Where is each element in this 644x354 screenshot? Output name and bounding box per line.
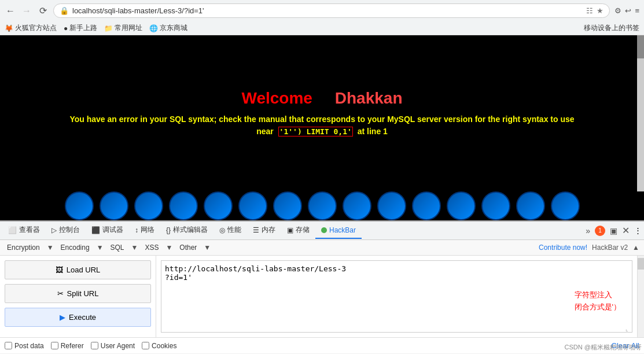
hackbar-panel-scrollbar-up[interactable]: ▲ <box>632 244 639 252</box>
inspector-label: 查看器 <box>19 225 40 235</box>
tab-storage[interactable]: ▣ 存储 <box>281 222 315 239</box>
load-url-button[interactable]: 🖼 Load URL <box>5 260 151 279</box>
close-icon[interactable]: ✕ <box>622 225 630 236</box>
load-url-label: Load URL <box>67 266 101 274</box>
tab-network[interactable]: ↕ 网络 <box>129 222 160 239</box>
webpage-area: Welcome Dhakkan You have an error in you… <box>0 35 644 191</box>
split-url-button[interactable]: ✂ Split URL <box>5 284 151 303</box>
more-tabs-chevron[interactable]: » <box>586 226 590 235</box>
textarea-resize-handle[interactable]: ⌞ <box>625 326 631 331</box>
user-agent-checkbox-item[interactable]: User Agent <box>91 342 135 350</box>
execute-label: Execute <box>69 313 96 322</box>
tab-style-editor[interactable]: {} 样式编辑器 <box>160 222 214 239</box>
post-data-label: Post data <box>14 342 44 350</box>
welcome-text: Welcome <box>241 89 312 107</box>
contribute-link[interactable]: Contribute now! <box>539 244 587 252</box>
bookmark-common[interactable]: 📁 常用网址 <box>104 23 142 33</box>
performance-icon: ◎ <box>219 226 225 234</box>
hackbar-annotation: 字符型注入 闭合方式是'） <box>575 289 621 314</box>
execute-button[interactable]: ▶ Execute <box>5 308 151 327</box>
hackbar-url-textarea[interactable] <box>161 260 632 333</box>
tab-memory[interactable]: ☰ 内存 <box>247 222 281 239</box>
tab-console[interactable]: ▷ 控制台 <box>46 222 86 239</box>
menu-icon[interactable]: ≡ <box>635 6 639 15</box>
memory-icon: ☰ <box>253 226 259 234</box>
hackbar-toolbar: Encryption ▼ Encoding ▼ SQL ▼ XSS ▼ Othe… <box>0 240 644 256</box>
browser-toolbar: ← → ⟳ 🔒 localhost/sqli-labs-master/Less-… <box>0 0 644 21</box>
browser-chrome: ← → ⟳ 🔒 localhost/sqli-labs-master/Less-… <box>0 0 644 35</box>
tab-hackbar[interactable]: HackBar <box>315 223 362 239</box>
hackbar-bottom: Post data Referer User Agent Cookies Cle… <box>0 337 644 353</box>
more-options-icon[interactable]: ⋮ <box>634 226 642 235</box>
cookies-checkbox[interactable] <box>142 342 149 349</box>
sql-menu[interactable]: SQL <box>108 242 127 253</box>
error-highlight: '1'') LIMIT 0,1' <box>278 127 353 137</box>
webpage-error: You have an error in your SQL syntax; ch… <box>62 113 583 138</box>
tab-inspector[interactable]: ⬜ 查看器 <box>2 222 46 239</box>
webpage-title: Welcome Dhakkan <box>62 89 583 108</box>
banner-circles <box>65 191 580 220</box>
xss-dropdown-icon[interactable]: ▼ <box>165 244 172 252</box>
error-suffix: at line 1 <box>358 127 388 136</box>
other-menu[interactable]: Other <box>177 242 199 253</box>
csdn-watermark: CSDN @糯米糍粑啪呀啪呀 <box>565 343 642 352</box>
referer-checkbox-item[interactable]: Referer <box>51 342 84 350</box>
back-button[interactable]: ← <box>5 5 16 17</box>
address-text: localhost/sqli-labs-master/Less-3/?id=1' <box>72 6 583 15</box>
annotation-line2: 闭合方式是'） <box>575 301 621 314</box>
forward-button[interactable]: → <box>21 5 32 17</box>
console-label: 控制台 <box>59 225 80 235</box>
qr-icon[interactable]: ☷ <box>586 6 593 15</box>
address-bar[interactable]: 🔒 localhost/sqli-labs-master/Less-3/?id=… <box>53 3 610 18</box>
post-data-checkbox-item[interactable]: Post data <box>5 342 44 350</box>
encryption-menu[interactable]: Encryption <box>5 242 42 253</box>
hackbar-scrollbar <box>637 256 644 337</box>
storage-label: 存储 <box>296 225 310 235</box>
encryption-dropdown-icon[interactable]: ▼ <box>47 244 54 252</box>
tab-performance[interactable]: ◎ 性能 <box>214 222 247 239</box>
hackbar-left: 🖼 Load URL ✂ Split URL ▶ Execute <box>0 256 156 337</box>
hackbar-body: 🖼 Load URL ✂ Split URL ▶ Execute 字符型注入 闭… <box>0 256 644 337</box>
cookies-checkbox-item[interactable]: Cookies <box>142 342 176 350</box>
debugger-icon: ⬛ <box>91 226 100 234</box>
post-data-checkbox[interactable] <box>5 342 12 349</box>
hackbar-version: HackBar v2 <box>592 244 628 252</box>
devtools-more: » 1 ▣ ✕ ⋮ <box>586 225 642 236</box>
referer-checkbox[interactable] <box>51 342 58 349</box>
cookies-label: Cookies <box>152 342 176 350</box>
network-label: 网络 <box>141 225 154 235</box>
bookmark-beginner[interactable]: ● 新手上路 <box>64 23 97 33</box>
error-badge: 1 <box>595 226 605 236</box>
screenshot-icon[interactable]: ▣ <box>610 226 617 235</box>
refresh-button[interactable]: ⟳ <box>37 5 49 17</box>
network-icon: ↕ <box>135 226 138 234</box>
user-agent-checkbox[interactable] <box>91 342 98 349</box>
devtools: ⬜ 查看器 ▷ 控制台 ⬛ 调试器 ↕ 网络 {} 样式编辑器 ◎ 性能 ☰ 内… <box>0 220 644 353</box>
performance-label: 性能 <box>227 225 241 235</box>
xss-menu[interactable]: XSS <box>142 242 161 253</box>
referer-label: Referer <box>61 342 84 350</box>
console-icon: ▷ <box>51 226 57 234</box>
style-editor-label: 样式编辑器 <box>173 225 208 235</box>
execute-icon: ▶ <box>60 313 65 322</box>
bookmark-jd[interactable]: 🌐 京东商城 <box>149 23 187 33</box>
undo-icon[interactable]: ↩ <box>625 6 631 15</box>
bookmark-star-icon[interactable]: ★ <box>597 6 603 15</box>
bookmark-mobile[interactable]: 移动设备上的书签 <box>584 23 639 33</box>
webpage-content: Welcome Dhakkan You have an error in you… <box>50 78 594 149</box>
hackbar-tab-label: HackBar <box>329 226 356 234</box>
tab-debugger[interactable]: ⬛ 调试器 <box>86 222 129 239</box>
inspector-icon: ⬜ <box>8 226 17 234</box>
scroll-thumb[interactable] <box>637 35 644 58</box>
extensions-icon[interactable]: ⚙ <box>614 6 621 15</box>
bookmark-firefox[interactable]: 🦊 火狐官方站点 <box>5 23 57 33</box>
hackbar-scrollbar-thumb[interactable] <box>638 258 644 270</box>
style-editor-icon: {} <box>166 226 171 234</box>
other-dropdown-icon[interactable]: ▼ <box>204 244 211 252</box>
encoding-dropdown-icon[interactable]: ▼ <box>97 244 104 252</box>
webpage-scrollbar <box>637 35 644 191</box>
split-url-label: Split URL <box>67 289 99 298</box>
encoding-menu[interactable]: Encoding <box>58 242 92 253</box>
address-bar-icons: ☷ ★ <box>586 6 603 15</box>
sql-dropdown-icon[interactable]: ▼ <box>131 244 138 252</box>
